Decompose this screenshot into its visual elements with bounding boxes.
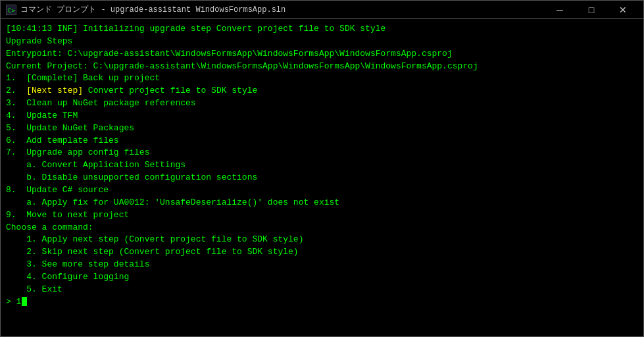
terminal-line: Upgrade Steps <box>6 36 638 48</box>
terminal-line: [10:41:13 INF] Initializing upgrade step… <box>6 23 638 36</box>
minimize-button[interactable]: ─ <box>545 1 575 19</box>
terminal-line: 4. Configure logging <box>6 271 638 284</box>
close-button[interactable]: ✕ <box>608 1 638 19</box>
terminal-line: 5. Exit <box>6 284 638 296</box>
terminal-line: Entrypoint: C:\upgrade-assistant\Windows… <box>6 48 638 61</box>
app-icon: C> <box>6 5 16 15</box>
terminal-line: b. Disable unsupported configuration sec… <box>6 172 638 184</box>
title-bar: C> コマンド プロンプト - upgrade-assistant Window… <box>1 1 643 19</box>
title-bar-text: コマンド プロンプト - upgrade-assistant WindowsFo… <box>20 4 545 15</box>
cursor <box>22 297 27 306</box>
svg-text:C>: C> <box>8 7 15 14</box>
terminal-line: > 1 <box>6 296 638 309</box>
terminal-line: 3. See more step details <box>6 259 638 271</box>
terminal-line: 1. [Complete] Back up project <box>6 72 638 85</box>
maximize-button[interactable]: □ <box>576 1 607 19</box>
terminal-line: a. Convert Application Settings <box>6 159 638 172</box>
terminal-line: 5. Update NuGet Packages <box>6 122 638 135</box>
terminal-line: 7. Upgrade app config files <box>6 147 638 159</box>
terminal-line: 3. Clean up NuGet package references <box>6 97 638 110</box>
window: C> コマンド プロンプト - upgrade-assistant Window… <box>0 0 644 337</box>
terminal-line: 2. Skip next step (Convert project file … <box>6 246 638 259</box>
terminal-line: 9. Move to next project <box>6 209 638 222</box>
terminal-line: 1. Apply next step (Convert project file… <box>6 234 638 246</box>
terminal-content[interactable]: [10:41:13 INF] Initializing upgrade step… <box>1 19 643 336</box>
title-bar-controls: ─ □ ✕ <box>545 1 638 19</box>
terminal-line: 8. Update C# source <box>6 184 638 197</box>
terminal-line: Choose a command: <box>6 222 638 234</box>
terminal-line: 4. Update TFM <box>6 110 638 122</box>
terminal-line: 2. [Next step] Convert project file to S… <box>6 85 638 97</box>
terminal-line: a. Apply fix for UA0012: 'UnsafeDeserial… <box>6 197 638 209</box>
terminal-line: 6. Add template files <box>6 135 638 147</box>
terminal-line: Current Project: C:\upgrade-assistant\Wi… <box>6 61 638 73</box>
